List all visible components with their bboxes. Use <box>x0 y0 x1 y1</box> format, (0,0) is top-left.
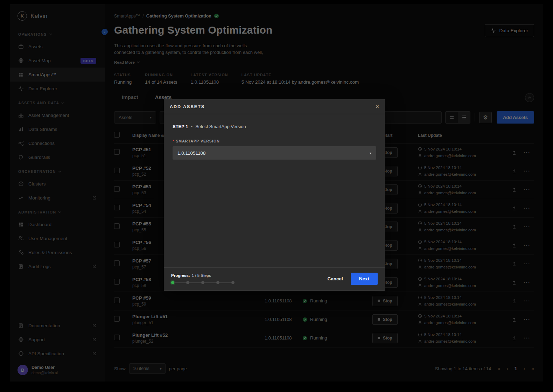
step-title: Select SmartApp Version <box>195 124 246 129</box>
modal-title: ADD ASSETS <box>170 104 205 109</box>
step-label: STEP 1 <box>173 124 188 129</box>
step-dot <box>231 281 234 284</box>
progress-steps <box>171 281 234 284</box>
progress-label: Progress: 1 / 5 Steps <box>171 273 234 278</box>
next-button[interactable]: Next <box>351 273 378 285</box>
chevron-down-icon: ▾ <box>370 151 371 155</box>
smartapp-version-value: 1.0.11051108 <box>177 150 206 156</box>
step-dot <box>186 281 189 284</box>
step-connector <box>189 282 201 283</box>
step-dot <box>216 281 219 284</box>
smartapp-version-select[interactable]: 1.0.11051108 ▾ <box>173 146 376 160</box>
step-connector <box>174 282 186 283</box>
add-assets-modal: ADD ASSETS × STEP 1 • Select SmartApp Ve… <box>164 99 385 291</box>
progress-block: Progress: 1 / 5 Steps <box>171 273 234 284</box>
required-asterisk: * <box>173 139 174 143</box>
modal-body: STEP 1 • Select SmartApp Version * SMART… <box>164 114 385 267</box>
step-dot <box>171 281 174 284</box>
step-connector <box>219 282 231 283</box>
modal-header: ADD ASSETS × <box>164 99 385 114</box>
cancel-button[interactable]: Cancel <box>327 276 343 281</box>
smartapp-version-label: * SMARTAPP VERSION <box>173 139 376 143</box>
app-window: K Kelvin ‹ OPERATIONS Assets Asset Map B… <box>10 4 543 382</box>
step-dot <box>201 281 204 284</box>
close-icon[interactable]: × <box>376 104 379 110</box>
step-indicator: STEP 1 • Select SmartApp Version <box>173 124 376 129</box>
modal-footer: Progress: 1 / 5 Steps Cancel Next <box>164 267 385 290</box>
step-connector <box>204 282 216 283</box>
